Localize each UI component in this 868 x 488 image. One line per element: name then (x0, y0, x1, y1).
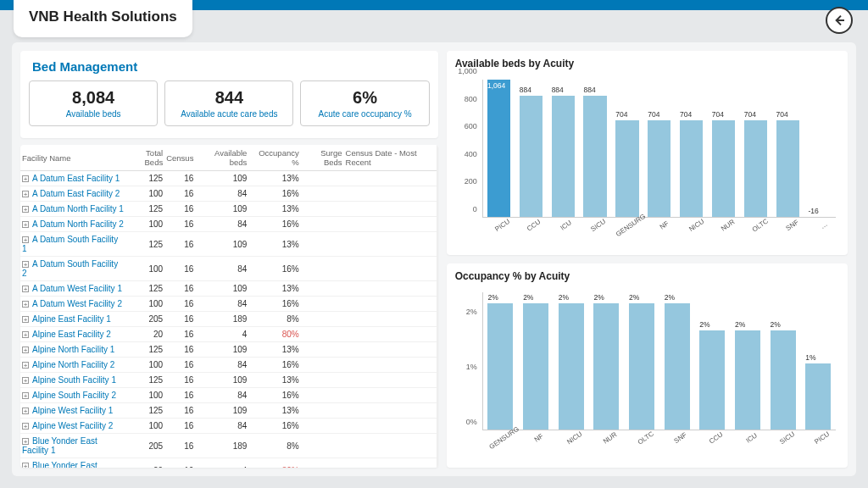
bar[interactable]: 704 (708, 80, 740, 217)
bar[interactable]: 2% (659, 292, 695, 430)
table-row[interactable]: +A Datum East Facility 2100168416% (20, 186, 438, 202)
total-beds: 100 (125, 186, 164, 202)
surge-beds (301, 312, 344, 327)
facility-name: +A Datum North Facility 2 (20, 217, 125, 232)
total-beds: 205 (125, 434, 164, 458)
occupancy: 16% (248, 419, 300, 434)
table-row[interactable]: +Alpine West Facility 2100168416% (20, 419, 438, 434)
surge-beds (301, 171, 344, 186)
expand-icon[interactable]: + (22, 175, 29, 182)
bar[interactable]: 2% (589, 292, 625, 430)
table-row[interactable]: +Alpine North Facility 11251610913% (20, 342, 438, 358)
table-row[interactable]: +Blue Yonder East Facility 22016480% (20, 458, 438, 469)
table-row[interactable]: +A Datum West Facility 2100168416% (20, 297, 438, 312)
table-row[interactable]: +Blue Yonder East Facility 1205161898% (20, 434, 438, 458)
x-axis: PICUCCUICUSICUGENSURGNFNICUNUROLTCSNF… (482, 219, 836, 238)
table-row[interactable]: +A Datum East Facility 11251610913% (20, 171, 438, 186)
expand-icon[interactable]: + (22, 206, 29, 213)
bar-label: 2% (593, 293, 604, 302)
table-row[interactable]: +A Datum North Facility 11251610913% (20, 202, 438, 217)
scrollbar[interactable] (437, 145, 438, 468)
bar-label: 704 (776, 110, 788, 119)
available-beds: 84 (195, 257, 248, 281)
metric-value: 6% (304, 88, 425, 108)
census: 16 (164, 403, 195, 419)
table-row[interactable]: +A Datum South Facility 11251610913% (20, 232, 438, 257)
column-header[interactable]: Facility Name (20, 145, 125, 171)
total-beds: 100 (125, 388, 164, 403)
dashboard: Bed Management 8,084Available beds844Ava… (12, 42, 856, 476)
facility-name: +Alpine South Facility 2 (20, 388, 125, 403)
available-beds: 84 (195, 217, 248, 232)
expand-icon[interactable]: + (22, 261, 29, 268)
bar[interactable]: 2% (695, 292, 731, 430)
x-axis: GENSURGNFNICUNUROLTCSNFCCUICUSICUPICU (482, 432, 836, 451)
back-button[interactable] (826, 7, 853, 34)
y-tick: 0% (466, 418, 477, 426)
table-row[interactable]: +Alpine North Facility 2100168416% (20, 358, 438, 373)
expand-icon[interactable]: + (22, 362, 29, 369)
bar[interactable]: 2% (624, 292, 659, 430)
bar[interactable]: 1% (800, 292, 836, 430)
available-beds: 4 (195, 327, 248, 342)
expand-icon[interactable]: + (22, 463, 29, 468)
expand-icon[interactable]: + (22, 438, 29, 445)
column-header[interactable]: Occupancy % (248, 145, 300, 171)
expand-icon[interactable]: + (22, 423, 29, 430)
census: 16 (164, 419, 195, 434)
census: 16 (164, 388, 195, 403)
census-date (344, 297, 438, 312)
column-header[interactable]: Available beds (195, 145, 248, 171)
table-row[interactable]: +Alpine South Facility 2100168416% (20, 388, 438, 403)
expand-icon[interactable]: + (22, 191, 29, 197)
y-tick: 200 (465, 177, 477, 186)
expand-icon[interactable]: + (22, 377, 29, 384)
column-header[interactable]: Census Date - Most Recent (344, 145, 438, 171)
expand-icon[interactable]: + (22, 221, 29, 228)
column-header[interactable]: Total Beds (125, 145, 164, 171)
table-row[interactable]: +A Datum West Facility 11251610913% (20, 281, 438, 297)
bar[interactable]: 884 (579, 80, 611, 217)
table-row[interactable]: +Alpine South Facility 11251610913% (20, 373, 438, 388)
table-row[interactable]: +A Datum North Facility 2100168416% (20, 217, 438, 232)
bar[interactable]: -16 (804, 80, 836, 217)
bar[interactable]: 704 (611, 80, 643, 217)
table-row[interactable]: +A Datum South Facility 2100168416% (20, 257, 438, 281)
table-row[interactable]: +Alpine East Facility 22016480% (20, 327, 438, 342)
facility-name: +A Datum West Facility 2 (20, 297, 125, 312)
bar[interactable]: 884 (515, 80, 548, 217)
expand-icon[interactable]: + (22, 392, 29, 399)
expand-icon[interactable]: + (22, 331, 29, 338)
bar[interactable]: 704 (771, 80, 804, 217)
bar[interactable]: 704 (739, 80, 771, 217)
expand-icon[interactable]: + (22, 316, 29, 323)
facility-name: +Alpine East Facility 2 (20, 327, 125, 342)
panel-title: Bed Management (32, 59, 430, 74)
expand-icon[interactable]: + (22, 347, 29, 353)
bar[interactable]: 2% (765, 292, 801, 430)
expand-icon[interactable]: + (22, 408, 29, 414)
table-row[interactable]: +Alpine West Facility 11251610913% (20, 403, 438, 419)
total-beds: 125 (125, 342, 164, 358)
expand-icon[interactable]: + (22, 301, 29, 308)
occupancy: 80% (248, 458, 300, 469)
available-beds: 109 (195, 232, 248, 257)
expand-icon[interactable]: + (22, 236, 29, 243)
bar[interactable]: 2% (730, 292, 765, 430)
occupancy: 80% (248, 327, 300, 342)
y-tick: 800 (465, 95, 477, 103)
bar[interactable]: 2% (518, 292, 554, 430)
bar[interactable]: 2% (483, 292, 519, 430)
column-header[interactable]: Surge Beds (301, 145, 344, 171)
table-row[interactable]: +Alpine East Facility 1205161898% (20, 312, 438, 327)
bar[interactable]: 884 (547, 80, 579, 217)
bar[interactable]: 1,064 (483, 80, 515, 217)
expand-icon[interactable]: + (22, 286, 29, 292)
available-beds: 109 (195, 403, 248, 419)
column-header[interactable]: Census (164, 145, 195, 171)
bar[interactable]: 704 (676, 80, 708, 217)
y-axis: 02004006008001,000 (455, 80, 481, 218)
bar-label: 704 (615, 110, 627, 119)
bar[interactable]: 2% (554, 292, 589, 430)
bar[interactable]: 704 (643, 80, 676, 217)
